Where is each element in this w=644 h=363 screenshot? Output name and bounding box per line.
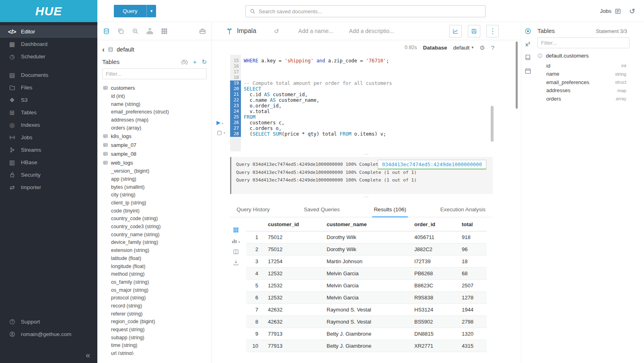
databases-icon[interactable] — [103, 28, 110, 35]
column-row[interactable]: id (int) — [103, 92, 212, 100]
column-row[interactable]: idint — [537, 62, 626, 70]
code-line[interactable]: 17 — [230, 69, 521, 75]
code-line[interactable]: 25FROM — [230, 114, 521, 120]
table-row[interactable]: 512532Melvin GarciaB8623C2507 — [246, 280, 487, 292]
resize-handle-bottom[interactable]: ⋯ — [212, 194, 521, 200]
collapse-sidebar-icon[interactable]: « — [86, 351, 90, 359]
table-row[interactable]: 412532Melvin GarciaPB626868 — [246, 268, 487, 280]
schedule-icon[interactable] — [525, 68, 531, 74]
column-row[interactable]: addresses (map) — [103, 116, 212, 124]
table-row[interactable]: 1077913Betty J. GiambroneXR27714315 — [246, 340, 487, 352]
assistant-icon[interactable] — [525, 28, 531, 35]
main-scrollbar[interactable] — [516, 41, 518, 109]
chart-button[interactable] — [449, 25, 462, 37]
table-row[interactable]: 317254Martin JohnsonI72T3918 — [246, 256, 487, 268]
code-line[interactable]: 20SELECT — [230, 86, 521, 92]
column-row[interactable]: bytes (smallint) — [103, 183, 212, 191]
column-row[interactable]: country_code3 (string) — [103, 223, 212, 231]
sidebar-item-indexes[interactable]: ◎Indexes — [0, 119, 97, 131]
sitemap-icon[interactable] — [146, 28, 153, 35]
code-line[interactable]: 22 c.name AS customer_name, — [230, 97, 521, 103]
table-row[interactable]: 977913Betty J. GiambroneDN88151320 — [246, 328, 487, 340]
column-row[interactable]: region_code (bigint) — [103, 318, 212, 326]
more-button[interactable]: ⋮ — [486, 25, 499, 37]
docs-icon[interactable] — [525, 54, 531, 61]
sidebar-item-dashboard[interactable]: ▦Dashboard — [0, 38, 97, 50]
code-line[interactable]: 27 c.orders o, — [230, 126, 521, 131]
sidebar-item-files[interactable]: Files — [0, 81, 97, 94]
tab-execution-analysis[interactable]: Execution Analysis — [438, 201, 487, 217]
table-filter-input[interactable] — [102, 68, 207, 79]
sidebar-item-jobs[interactable]: Jobs — [0, 131, 97, 144]
table-row[interactable]: web_logs — [103, 158, 212, 167]
sidebar-item-hbase[interactable]: ▥HBase — [0, 156, 97, 169]
global-search-input[interactable] — [259, 8, 481, 14]
apps-icon[interactable] — [161, 28, 168, 35]
column-row[interactable]: subapp (string) — [103, 334, 212, 342]
column-row[interactable]: method (string) — [103, 270, 212, 278]
global-search[interactable] — [245, 5, 486, 17]
code-line[interactable]: 18 — [230, 75, 521, 80]
sidebar-item-documents[interactable]: ▤Documents — [0, 69, 97, 81]
column-row[interactable]: country_name (string) — [103, 231, 212, 239]
column-row[interactable]: addressesmap — [537, 87, 626, 95]
table-row[interactable]: 742632Raymond S. VestalHS31241944 — [246, 304, 487, 316]
tab-saved-queries[interactable]: Saved Queries — [302, 201, 341, 217]
search-plus-icon[interactable] — [132, 28, 139, 35]
save-button[interactable] — [468, 25, 480, 37]
column-row[interactable]: email_preferencesstruct — [537, 78, 626, 87]
table-row[interactable]: k8s_logs — [103, 132, 212, 140]
column-row[interactable]: namestring — [537, 70, 626, 78]
column-row[interactable]: city (string) — [103, 191, 212, 199]
code-editor[interactable]: 15WHERE a.key = 'shipping' and a.zip_cod… — [212, 55, 521, 151]
column-row[interactable]: os_family (string) — [103, 278, 212, 286]
table-row[interactable]: 842632Raymond S. VestalBS59022798 — [246, 316, 487, 328]
active-table[interactable]: default.customers — [537, 53, 644, 59]
refresh-icon[interactable]: ↻ — [202, 59, 207, 65]
column-header[interactable]: customer_name — [323, 217, 411, 231]
table-row[interactable]: sample_07 — [103, 140, 212, 149]
column-row[interactable]: latitude (float) — [103, 254, 212, 262]
table-row[interactable]: 175012Dorothy Wilk4056711918 — [246, 231, 487, 243]
table-row[interactable]: sample_08 — [103, 149, 212, 158]
column-header[interactable]: customer_id — [265, 217, 323, 231]
code-line[interactable]: 15WHERE a.key = 'shipping' and a.zip_cod… — [230, 58, 521, 64]
code-scrollbar[interactable] — [491, 106, 494, 142]
copy-icon[interactable] — [117, 28, 124, 35]
code-line[interactable]: 21 c.id AS customer_id, — [230, 92, 521, 97]
code-line[interactable]: 28 (SELECT SUM(price * qty) total FROM o… — [230, 131, 521, 137]
column-row[interactable]: code (tinyint) — [103, 207, 212, 215]
column-row[interactable]: request (string) — [103, 326, 212, 334]
breadcrumb-database[interactable]: default — [117, 46, 134, 53]
column-row[interactable]: record (string) — [103, 302, 212, 310]
toolbox-icon[interactable] — [199, 28, 206, 35]
help-icon[interactable]: ? — [491, 45, 494, 51]
download-button[interactable] — [233, 260, 239, 266]
column-row[interactable]: app (string) — [103, 175, 212, 183]
code-line[interactable]: 26 customers c, — [230, 120, 521, 126]
query-history-icon[interactable]: ↺ — [274, 28, 279, 34]
column-row[interactable]: device_family (string) — [103, 239, 212, 247]
column-header[interactable]: total — [459, 217, 487, 231]
sidebar-item-editor[interactable]: </>Editor — [0, 25, 97, 38]
hue-logo[interactable]: HUE — [0, 0, 97, 22]
column-row[interactable]: client_ip (string) — [103, 199, 212, 207]
query-description-input[interactable] — [349, 28, 399, 34]
chart-view-button[interactable]: ▾ — [231, 238, 240, 244]
column-row[interactable]: extension (string) — [103, 246, 212, 254]
grid-view-button[interactable] — [233, 227, 239, 233]
database-selector[interactable]: default ▾ — [453, 45, 474, 51]
column-row[interactable]: os_major (string) — [103, 286, 212, 294]
query-name-input[interactable] — [298, 28, 339, 34]
sidebar-item-tables[interactable]: ⊞Tables — [0, 106, 97, 119]
right-filter-input[interactable] — [537, 37, 630, 48]
code-line[interactable]: 24 v.total — [230, 109, 521, 114]
code-line[interactable]: 16 — [230, 64, 521, 69]
column-row[interactable]: name (string) — [103, 100, 212, 108]
column-row[interactable]: _version_ (bigint) — [103, 167, 212, 175]
sidebar-item-scheduler[interactable]: ◷Scheduler — [0, 50, 97, 63]
snippet-menu-button[interactable]: ▾ — [216, 130, 225, 136]
sidebar-item-streams[interactable]: Streams — [0, 144, 97, 156]
column-row[interactable]: ordersarray — [537, 95, 626, 103]
query-button-label[interactable]: Query — [114, 5, 146, 17]
